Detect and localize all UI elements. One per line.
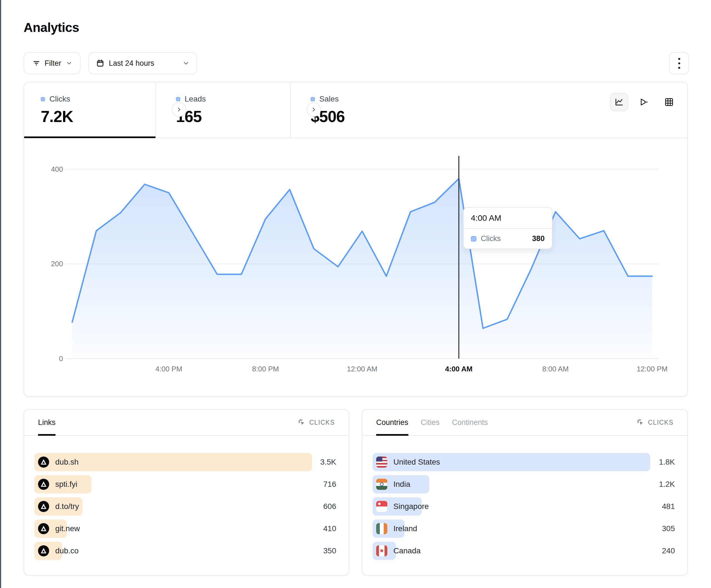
countries-panel: Countries Cities Continents CLICKS Unite… (362, 409, 688, 575)
link-value: 606 (323, 502, 336, 511)
x-axis-label: 8:00 PM (235, 365, 296, 373)
chevron-right-icon (311, 107, 316, 112)
link-row[interactable]: spti.fyi 716 (35, 475, 336, 493)
funnel-icon (639, 97, 649, 107)
links-panel: Links CLICKS dub.sh 3.5K (24, 409, 349, 575)
country-value: 1.2K (659, 480, 675, 489)
expand-clicks-button[interactable] (172, 103, 186, 117)
country-value: 1.8K (659, 458, 675, 467)
funnel-view-button[interactable] (635, 93, 653, 111)
flag-us-icon (376, 456, 387, 468)
links-list: dub.sh 3.5K spti.fyi 716 d.to/try 606 (24, 453, 349, 560)
x-axis-label: 12:00 AM (332, 365, 393, 373)
sales-legend-chip-icon (311, 97, 315, 101)
links-metric-selector[interactable]: CLICKS (298, 410, 335, 435)
expand-leads-button[interactable] (306, 103, 321, 117)
chevron-right-icon (177, 107, 181, 112)
country-label: India (393, 480, 410, 489)
date-range-label: Last 24 hours (109, 59, 154, 68)
clicks-legend-chip-icon (41, 97, 45, 101)
dub-logo-icon (38, 523, 49, 534)
x-axis-label: 12:00 PM (622, 365, 683, 373)
country-row[interactable]: Ireland 305 (372, 520, 675, 538)
line-chart-view-button[interactable] (610, 93, 628, 111)
tooltip-value: 380 (532, 234, 545, 243)
country-value: 305 (662, 524, 675, 533)
flag-ireland-icon (376, 523, 387, 534)
tab-continents[interactable]: Continents (452, 410, 488, 435)
calendar-icon (96, 59, 104, 67)
country-label: Singapore (393, 502, 429, 511)
dub-logo-icon (38, 456, 49, 468)
chevron-down-icon (66, 60, 72, 66)
flag-singapore-icon (376, 501, 387, 512)
table-view-button[interactable] (660, 93, 678, 111)
link-row[interactable]: git.new 410 (35, 520, 336, 538)
link-label: dub.sh (55, 458, 79, 467)
chart-tooltip: 4:00 AM Clicks 380 (463, 207, 553, 249)
clicks-area (72, 179, 652, 359)
sales-tab-label: Sales (319, 95, 339, 104)
link-label: dub.co (55, 546, 79, 555)
chart-view-toggles (610, 93, 678, 111)
tab-clicks[interactable]: Clicks 7.2K (24, 82, 155, 138)
countries-metric-label: CLICKS (648, 419, 673, 426)
dub-logo-icon (38, 479, 49, 490)
link-value: 716 (323, 480, 336, 489)
flag-india-icon (376, 479, 387, 490)
leads-tab-value: 165 (176, 107, 290, 126)
links-metric-label: CLICKS (309, 419, 335, 426)
filter-button-label: Filter (45, 59, 61, 68)
link-label: d.to/try (55, 502, 79, 511)
stats-tab-row: Clicks 7.2K Leads 165 Sales $506 (24, 82, 687, 138)
kebab-menu-icon (678, 58, 680, 60)
clicks-tab-label: Clicks (49, 95, 70, 104)
grid-table-icon (664, 97, 674, 107)
line-chart-icon (614, 97, 624, 107)
link-value: 350 (323, 546, 336, 555)
country-label: United States (393, 458, 440, 467)
leads-tab-label: Leads (185, 95, 206, 104)
countries-list: United States 1.8K India 1.2K Singapore … (362, 453, 687, 560)
country-row[interactable]: India 1.2K (372, 475, 675, 493)
chevron-down-icon (183, 60, 189, 67)
country-label: Canada (393, 546, 421, 555)
country-value: 481 (662, 502, 675, 511)
analytics-chart-card: Clicks 7.2K Leads 165 Sales $506 (24, 82, 688, 397)
x-axis-label: 4:00 PM (138, 365, 199, 373)
link-value: 3.5K (320, 458, 336, 467)
link-row[interactable]: dub.sh 3.5K (35, 453, 336, 471)
y-axis-label: 400 (24, 164, 63, 175)
filter-icon (32, 59, 41, 67)
analytics-page: Analytics Filter Last 24 hours (0, 0, 711, 588)
filter-button[interactable]: Filter (24, 52, 81, 74)
link-label: git.new (55, 524, 80, 533)
clicks-area-chart[interactable] (66, 156, 659, 359)
x-axis-label: 8:00 AM (525, 365, 586, 373)
link-value: 410 (323, 524, 336, 533)
date-range-button[interactable]: Last 24 hours (88, 52, 197, 74)
tab-countries[interactable]: Countries (376, 410, 408, 435)
more-options-button[interactable] (669, 52, 689, 74)
leads-legend-chip-icon (176, 97, 180, 101)
link-row[interactable]: d.to/try 606 (35, 497, 336, 516)
tab-cities[interactable]: Cities (421, 410, 440, 435)
page-left-edge-strip (0, 0, 1, 588)
country-row[interactable]: Canada 240 (372, 542, 675, 560)
dub-logo-icon (38, 545, 49, 557)
tooltip-metric-label: Clicks (481, 234, 501, 243)
country-row[interactable]: United States 1.8K (372, 453, 675, 471)
clicks-tab-value: 7.2K (41, 107, 155, 126)
countries-metric-selector[interactable]: CLICKS (636, 410, 673, 435)
y-axis-label: 200 (24, 258, 63, 269)
clicks-legend-chip-icon (471, 236, 476, 242)
link-row[interactable]: dub.co 350 (35, 542, 336, 560)
tooltip-time: 4:00 AM (464, 208, 552, 229)
dub-logo-icon (38, 501, 49, 512)
tab-links[interactable]: Links (38, 410, 56, 435)
country-row[interactable]: Singapore 481 (372, 497, 675, 516)
page-title: Analytics (24, 20, 79, 35)
y-axis-label: 0 (24, 353, 63, 364)
link-label: spti.fyi (55, 480, 77, 489)
country-value: 240 (662, 546, 675, 555)
